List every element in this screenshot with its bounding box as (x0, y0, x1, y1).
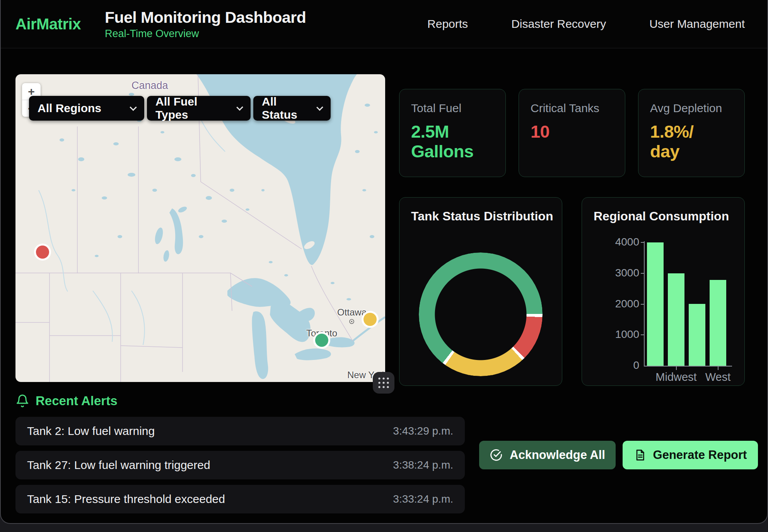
alert-text: Tank 27: Low fuel warning triggered (27, 459, 210, 472)
stat-value-avg-depletion: 1.8%/ day (650, 122, 733, 162)
regional-bar-plot: 40003000200010000MidwestWest (582, 198, 744, 385)
y-tick-mark (641, 334, 644, 335)
map-filters: All Regions All Fuel Types All Status (29, 96, 331, 121)
fuel-type-filter-select[interactable]: All Fuel Types (147, 96, 251, 121)
stat-value-line1: 10 (531, 122, 550, 142)
title-block: Fuel Monitoring Dashboard Real-Time Over… (105, 9, 306, 40)
consumption-bar-1 (668, 273, 684, 366)
tank-status-card: Tank Status Distribution (399, 197, 562, 386)
alert-row-1[interactable]: Tank 2: Low fuel warning 3:43:29 p.m. (15, 417, 465, 445)
status-filter-value: All Status (262, 95, 309, 121)
nav-disaster-recovery[interactable]: Disaster Recovery (511, 17, 606, 31)
consumption-bar-2 (689, 304, 705, 366)
map-canvas[interactable]: Canada Ottawa Toronto New York + − All R… (15, 74, 385, 382)
y-tick-label: 4000 (597, 236, 639, 248)
tank-status-donut (419, 252, 543, 376)
stat-value-line2: day (650, 142, 679, 161)
header: AirMatrix Fuel Monitoring Dashboard Real… (1, 0, 767, 48)
tank-marker-normal[interactable] (315, 334, 328, 347)
map-resize-handle[interactable] (373, 372, 394, 394)
y-tick-label: 2000 (597, 298, 639, 310)
chevron-down-icon (130, 104, 137, 111)
dashboard-root: AirMatrix Fuel Monitoring Dashboard Real… (0, 0, 768, 524)
generate-report-label: Generate Report (653, 448, 747, 462)
stat-card-total-fuel: Total Fuel 2.5M Gallons (399, 89, 506, 177)
tank-marker-warning[interactable] (364, 313, 377, 326)
fuel-type-filter-value: All Fuel Types (155, 95, 229, 121)
tank-marker-critical[interactable] (36, 246, 49, 259)
consumption-bar-3 (710, 280, 726, 366)
stat-value-total-fuel: 2.5M Gallons (411, 122, 494, 162)
chevron-down-icon (236, 104, 243, 111)
y-tick-mark (641, 304, 644, 305)
page-title: Fuel Monitoring Dashboard (105, 9, 306, 27)
stat-value-line1: 2.5M (411, 122, 449, 142)
nav-reports[interactable]: Reports (427, 17, 468, 31)
alert-time: 3:43:29 p.m. (393, 425, 453, 437)
tank-status-title: Tank Status Distribution (411, 209, 562, 223)
drag-dots-icon (377, 376, 390, 389)
recent-alerts-title: Recent Alerts (36, 394, 118, 408)
map-panel: Canada Ottawa Toronto New York + − All R… (15, 74, 385, 382)
alert-text: Tank 2: Low fuel warning (27, 425, 155, 438)
alert-text: Tank 15: Pressure threshold exceeded (27, 493, 225, 506)
x-tick-mark (718, 367, 719, 370)
generate-report-button[interactable]: Generate Report (623, 441, 758, 469)
x-tick-label: West (705, 371, 731, 384)
alert-row-2[interactable]: Tank 27: Low fuel warning triggered 3:38… (15, 451, 465, 479)
main-nav: Reports Disaster Recovery User Managemen… (427, 17, 745, 31)
stat-label: Total Fuel (411, 102, 494, 115)
chevron-down-icon (316, 104, 323, 111)
regional-consumption-card: Regional Consumption 40003000200010000Mi… (582, 197, 745, 386)
y-tick-label: 0 (597, 359, 639, 372)
acknowledge-all-label: Acknowledge All (510, 448, 605, 462)
stat-value-critical-tanks: 10 (531, 122, 613, 142)
y-tick-mark (641, 273, 644, 274)
nav-user-management[interactable]: User Management (649, 17, 745, 31)
consumption-bar-0 (647, 242, 664, 366)
alert-time: 3:33:24 p.m. (393, 493, 453, 505)
bar-chart-x-axis (644, 366, 732, 367)
stat-value-line1: 1.8%/ (650, 122, 694, 142)
stat-value-line2: Gallons (411, 142, 474, 161)
y-tick-label: 1000 (597, 328, 639, 341)
status-filter-select[interactable]: All Status (253, 96, 331, 121)
map-label-canada: Canada (131, 80, 168, 92)
check-circle-icon (490, 448, 503, 462)
x-tick-label: Midwest (655, 371, 696, 384)
brand-logo: AirMatrix (15, 15, 81, 33)
alert-row-3[interactable]: Tank 15: Pressure threshold exceeded 3:3… (15, 485, 465, 513)
region-filter-value: All Regions (38, 102, 101, 115)
recent-alerts-header: Recent Alerts (15, 394, 118, 408)
region-filter-select[interactable]: All Regions (29, 96, 144, 121)
y-tick-mark (641, 242, 644, 243)
page-subtitle: Real-Time Overview (105, 28, 306, 40)
alert-time: 3:38:24 p.m. (393, 459, 453, 471)
stat-label: Critical Tanks (531, 102, 613, 115)
y-tick-label: 3000 (597, 267, 639, 279)
stat-label: Avg Depletion (650, 102, 733, 115)
document-icon (634, 449, 646, 461)
ottawa-town-icon (349, 319, 355, 324)
stat-card-critical-tanks: Critical Tanks 10 (519, 89, 625, 177)
stat-card-avg-depletion: Avg Depletion 1.8%/ day (638, 89, 745, 177)
x-tick-mark (676, 367, 677, 370)
bell-icon (15, 394, 29, 408)
acknowledge-all-button[interactable]: Acknowledge All (479, 441, 616, 469)
map-label-ottawa: Ottawa (337, 307, 367, 318)
